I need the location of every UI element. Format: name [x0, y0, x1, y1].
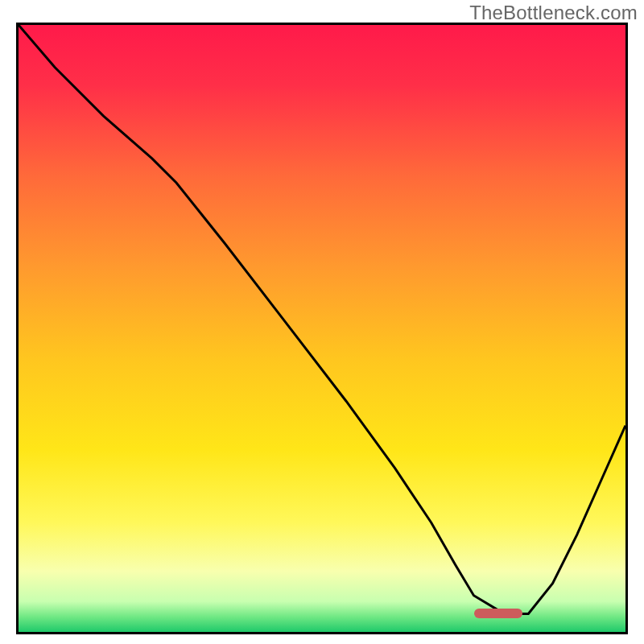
- curve-layer: [19, 25, 625, 632]
- bottleneck-curve: [19, 25, 625, 613]
- plot-area: [16, 23, 628, 634]
- chart-container: TheBottleneck.com: [0, 0, 644, 644]
- optimal-range-marker: [474, 609, 522, 618]
- watermark-text: TheBottleneck.com: [469, 2, 638, 24]
